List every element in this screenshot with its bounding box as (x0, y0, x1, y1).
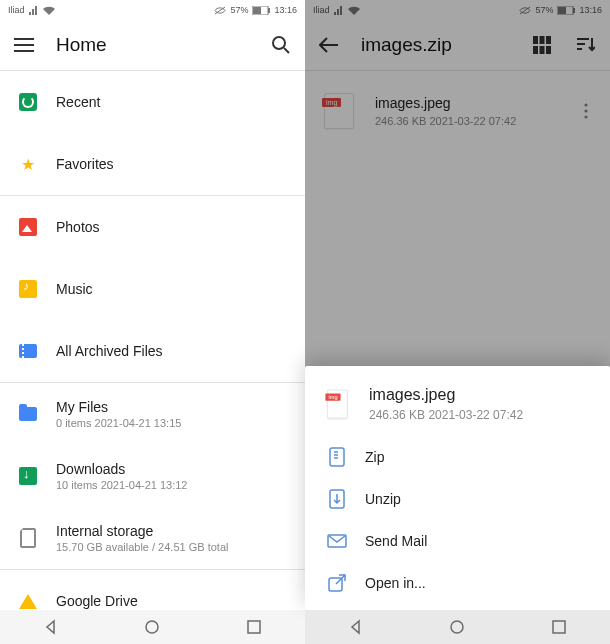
mail-icon (327, 531, 347, 551)
music-icon (19, 280, 37, 298)
wifi-icon (43, 6, 55, 15)
unzip-icon (327, 489, 347, 509)
sheet-header: images.jpeg 246.36 KB 2021-03-22 07:42 (305, 380, 610, 436)
nav-label: My Files (56, 399, 181, 415)
svg-rect-13 (540, 46, 545, 54)
battery-icon (557, 6, 575, 15)
page-title: images.zip (361, 34, 510, 56)
action-label: Unzip (365, 491, 401, 507)
svg-rect-23 (553, 621, 565, 633)
file-row[interactable]: images.jpeg 246.36 KB 2021-03-22 07:42 (305, 71, 610, 133)
download-icon (19, 467, 37, 485)
status-bar: Iliad 57% 13:16 (305, 0, 610, 20)
app-bar: Home (0, 20, 305, 70)
file-meta: 246.36 KB 2021-03-22 07:42 (375, 115, 516, 127)
svg-point-16 (584, 109, 587, 112)
svg-rect-7 (558, 7, 566, 14)
recent-icon (19, 93, 37, 111)
nav-label: Favorites (56, 156, 114, 172)
svg-point-22 (451, 621, 463, 633)
action-label: Send Mail (365, 533, 427, 549)
app-bar: images.zip (305, 20, 610, 70)
home-button[interactable] (439, 615, 475, 639)
nav-sub: 10 items 2021-04-21 13:12 (56, 479, 187, 491)
svg-rect-14 (546, 46, 551, 54)
image-file-icon (324, 93, 354, 129)
battery-icon (252, 6, 270, 15)
svg-rect-1 (253, 7, 261, 14)
svg-rect-5 (248, 621, 260, 633)
nav-item-recent[interactable]: Recent (0, 71, 305, 133)
nav-sub: 0 items 2021-04-21 13:15 (56, 417, 181, 429)
nav-label: Music (56, 281, 93, 297)
action-unzip[interactable]: Unzip (305, 478, 610, 520)
nav-sub: 15.70 GB available / 24.51 GB total (56, 541, 228, 553)
svg-rect-2 (268, 8, 270, 13)
svg-rect-10 (540, 36, 545, 44)
clock: 13:16 (579, 5, 602, 15)
svg-point-4 (146, 621, 158, 633)
star-icon: ★ (21, 155, 35, 174)
carrier-label: Iliad (8, 5, 25, 15)
nav-item-photos[interactable]: Photos (0, 196, 305, 258)
signal-icon (29, 6, 39, 15)
hamburger-menu-icon[interactable] (12, 33, 36, 57)
action-label: Open in... (365, 575, 426, 591)
carrier-label: Iliad (313, 5, 330, 15)
storage-icon (20, 528, 36, 548)
nav-item-gdrive[interactable]: Google Drive (0, 570, 305, 610)
nav-item-downloads[interactable]: Downloads 10 items 2021-04-21 13:12 (0, 445, 305, 507)
nav-label: Photos (56, 219, 100, 235)
system-nav-bar (0, 610, 305, 644)
nav-list: Recent ★ Favorites Photos Music All Arch… (0, 71, 305, 610)
folder-icon (19, 407, 37, 421)
svg-point-3 (273, 37, 285, 49)
action-zip[interactable]: Zip (305, 436, 610, 478)
open-in-icon (327, 573, 347, 593)
recents-button[interactable] (541, 615, 577, 639)
nav-item-music[interactable]: Music (0, 258, 305, 320)
back-button[interactable] (338, 615, 374, 639)
archive-icon (19, 344, 37, 358)
search-icon[interactable] (269, 33, 293, 57)
sort-icon[interactable] (574, 33, 598, 57)
svg-rect-11 (546, 36, 551, 44)
back-button[interactable] (33, 615, 69, 639)
grid-view-icon[interactable] (530, 33, 554, 57)
back-arrow-icon[interactable] (317, 33, 341, 57)
nav-label: Downloads (56, 461, 187, 477)
system-nav-bar (305, 610, 610, 644)
more-vert-icon[interactable] (574, 99, 598, 123)
sheet-file-name: images.jpeg (369, 386, 523, 404)
nav-item-favorites[interactable]: ★ Favorites (0, 133, 305, 195)
screen-archive: Iliad 57% 13:16 images.zip (305, 0, 610, 644)
signal-icon (334, 6, 344, 15)
wifi-icon (348, 6, 360, 15)
action-send-mail[interactable]: Send Mail (305, 520, 610, 562)
nav-label: All Archived Files (56, 343, 163, 359)
nav-label: Internal storage (56, 523, 228, 539)
zip-icon (327, 447, 347, 467)
nav-item-archived[interactable]: All Archived Files (0, 320, 305, 382)
nav-label: Recent (56, 94, 100, 110)
action-open-in[interactable]: Open in... (305, 562, 610, 604)
file-name: images.jpeg (375, 95, 516, 111)
svg-point-17 (584, 115, 587, 118)
svg-point-15 (584, 103, 587, 106)
clock: 13:16 (274, 5, 297, 15)
eye-off-icon (214, 6, 226, 15)
svg-rect-18 (330, 448, 344, 466)
photo-icon (19, 218, 37, 236)
page-title: Home (56, 34, 249, 56)
home-button[interactable] (134, 615, 170, 639)
eye-off-icon (519, 6, 531, 15)
nav-item-internal[interactable]: Internal storage 15.70 GB available / 24… (0, 507, 305, 569)
battery-pct: 57% (535, 5, 553, 15)
image-file-icon (327, 390, 348, 419)
drive-icon (19, 594, 37, 609)
battery-pct: 57% (230, 5, 248, 15)
bottom-sheet: images.jpeg 246.36 KB 2021-03-22 07:42 Z… (305, 366, 610, 610)
svg-rect-8 (573, 8, 575, 13)
nav-item-myfiles[interactable]: My Files 0 items 2021-04-21 13:15 (0, 383, 305, 445)
recents-button[interactable] (236, 615, 272, 639)
